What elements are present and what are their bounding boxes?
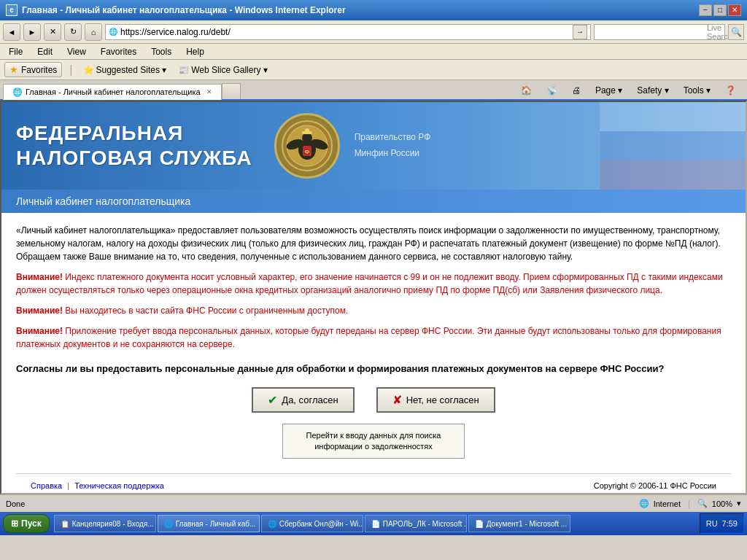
warning2-paragraph: Внимание! Вы находитесь в части сайта ФН… bbox=[16, 304, 731, 317]
menu-edit[interactable]: Edit bbox=[34, 45, 55, 58]
windows-icon: ⊞ bbox=[11, 518, 18, 529]
footer-link-help[interactable]: Справка bbox=[31, 481, 62, 490]
stop-button[interactable]: ✕ bbox=[44, 23, 61, 41]
app-icon: e bbox=[6, 4, 18, 16]
status-right: 🌐 Internet | 🔍 100% ▾ bbox=[639, 499, 741, 508]
tab-active[interactable]: 🌐 Главная - Личный кабинет налогоплатель… bbox=[3, 84, 222, 100]
taskbar-time: 7:59 bbox=[722, 519, 738, 528]
cmd-bar: 🏠 📡 🖨 Page ▾ Safety ▾ Tools ▾ ❓ bbox=[513, 82, 744, 99]
task-label-3: ПАРОЛЬ_ЛК - Microsoft ... bbox=[383, 520, 467, 528]
star-icon: ★ bbox=[9, 64, 18, 75]
task-label-1: Главная - Личный каб... bbox=[176, 520, 256, 528]
home-cmd-button[interactable]: 🏠 bbox=[516, 83, 537, 98]
status-left: Done bbox=[6, 499, 25, 508]
task-icon-0: 📋 bbox=[61, 520, 69, 528]
zone-icon: 🌐 bbox=[639, 499, 649, 508]
menu-help[interactable]: Help bbox=[183, 45, 207, 58]
emblem-svg: Ф bbox=[282, 120, 333, 171]
task-item-4[interactable]: 📄 Документ1 - Microsoft ... bbox=[468, 515, 570, 532]
safety-label: Safety ▾ bbox=[637, 85, 668, 96]
page-label: Page ▾ bbox=[595, 85, 622, 96]
print-button[interactable]: 🖨 bbox=[567, 83, 586, 98]
menu-view[interactable]: View bbox=[64, 45, 89, 58]
suggested-sites-link[interactable]: ⭐ Suggested Sites ▾ bbox=[80, 63, 170, 77]
window-title: Главная - Личный кабинет налогоплательщи… bbox=[22, 5, 346, 15]
zone-text: Internet bbox=[654, 499, 681, 508]
search-button[interactable]: 🔍 bbox=[728, 24, 744, 40]
tab-bar: 🌐 Главная - Личный кабинет налогоплатель… bbox=[0, 80, 747, 101]
search-bar: Live Search 🔍 bbox=[594, 24, 744, 40]
menu-file[interactable]: File bbox=[6, 45, 26, 58]
no-button[interactable]: ✘ Нет, не согласен bbox=[376, 387, 495, 413]
refresh-button[interactable]: ↻ bbox=[64, 23, 82, 41]
minimize-button[interactable]: − bbox=[699, 4, 712, 16]
status-text: Done bbox=[6, 499, 25, 508]
search-input-wrap: Live Search bbox=[594, 24, 725, 40]
main-content: «Личный кабинет налогоплательщика» предо… bbox=[1, 213, 746, 494]
x-icon: ✘ bbox=[392, 393, 402, 407]
task-item-1[interactable]: 🌐 Главная - Личный каб... bbox=[158, 515, 260, 532]
taskbar: ⊞ Пуск 📋 Канцелярия08 - Входя... 🌐 Главн… bbox=[0, 512, 747, 535]
menu-tools[interactable]: Tools bbox=[148, 45, 174, 58]
tab-close-icon[interactable]: ✕ bbox=[206, 88, 212, 96]
svg-point-7 bbox=[305, 128, 309, 133]
tools-cmd-button[interactable]: Tools ▾ bbox=[678, 83, 716, 98]
title-bar: e Главная - Личный кабинет налогоплатель… bbox=[0, 0, 747, 20]
favorites-label: Favorites bbox=[21, 65, 57, 75]
fns-logo-text: ФЕДЕРАЛЬНАЯ НАЛОГОВАЯ СЛУЖБА bbox=[16, 121, 252, 170]
menu-bar: File Edit View Favorites Tools Help bbox=[0, 44, 747, 60]
favorites-button[interactable]: ★ Favorites bbox=[4, 62, 62, 77]
task-item-3[interactable]: 📄 ПАРОЛЬ_ЛК - Microsoft ... bbox=[365, 515, 467, 532]
taskbar-lang: RU bbox=[706, 519, 718, 528]
status-bar: Done 🌐 Internet | 🔍 100% ▾ bbox=[0, 494, 747, 512]
go-button[interactable]: → bbox=[573, 25, 587, 39]
content-area: ФЕДЕРАЛЬНАЯ НАЛОГОВАЯ СЛУЖБА bbox=[0, 101, 747, 494]
help-cmd-button[interactable]: ❓ bbox=[720, 83, 741, 98]
warning2-bold: Внимание! bbox=[16, 306, 63, 316]
warning3-bold: Внимание! bbox=[16, 326, 63, 336]
zoom-icon: 🔍 bbox=[697, 499, 708, 508]
maximize-button[interactable]: □ bbox=[713, 4, 727, 16]
tab-new[interactable] bbox=[222, 83, 241, 99]
warning2-text: Вы находитесь в части сайта ФНС России с… bbox=[63, 306, 348, 316]
buttons-area: ✔ Да, согласен ✘ Нет, не согласен bbox=[16, 387, 731, 413]
fns-emblem: Ф bbox=[274, 113, 340, 179]
feeds-button[interactable]: 📡 bbox=[541, 83, 562, 98]
address-icon: 🌐 bbox=[109, 28, 117, 36]
back-button[interactable]: ◄ bbox=[3, 23, 20, 41]
yes-button[interactable]: ✔ Да, согласен bbox=[252, 387, 354, 413]
task-label-4: Документ1 - Microsoft ... bbox=[487, 520, 567, 528]
fns-gov-text: Правительство РФ Минфин России bbox=[355, 130, 431, 161]
warning1-bold: Внимание! bbox=[16, 272, 63, 282]
task-icon-4: 📄 bbox=[475, 520, 484, 528]
agree-question: Согласны ли вы предоставить персональные… bbox=[16, 362, 731, 376]
fav-separator: | bbox=[69, 63, 72, 77]
tools-label: Tools ▾ bbox=[684, 85, 711, 96]
suggested-label: Suggested Sites ▾ bbox=[96, 65, 167, 75]
search-input[interactable] bbox=[597, 27, 707, 37]
close-button[interactable]: ✕ bbox=[728, 4, 741, 16]
task-item-0[interactable]: 📋 Канцелярия08 - Входя... bbox=[54, 515, 156, 532]
safety-button[interactable]: Safety ▾ bbox=[632, 83, 673, 98]
webslice-link[interactable]: 📰 Web Slice Gallery ▾ bbox=[175, 63, 270, 77]
warning1-paragraph: Внимание! Индекс платежного документа но… bbox=[16, 271, 731, 297]
address-input[interactable] bbox=[120, 27, 570, 37]
subheader-text: Личный кабинет налогоплательщика bbox=[16, 195, 190, 207]
page-button[interactable]: Page ▾ bbox=[590, 83, 627, 98]
task-item-2[interactable]: 🌐 Сбербанк Онл@йн - Wi... bbox=[261, 515, 363, 532]
start-button[interactable]: ⊞ Пуск bbox=[3, 514, 50, 533]
zoom-arrow: ▾ bbox=[737, 499, 741, 508]
forward-button[interactable]: ► bbox=[23, 23, 41, 41]
webslice-icon: 📰 bbox=[178, 65, 189, 75]
footer-link-support[interactable]: Техническая поддержка bbox=[74, 481, 164, 490]
page-footer: Справка | Техническая поддержка Copyrigh… bbox=[16, 473, 731, 494]
menu-favorites[interactable]: Favorites bbox=[98, 45, 139, 58]
task-icon-2: 🌐 bbox=[268, 520, 276, 528]
svg-text:Ф: Ф bbox=[304, 149, 309, 155]
window-controls: − □ ✕ bbox=[699, 4, 741, 16]
home-button[interactable]: ⌂ bbox=[85, 23, 102, 41]
task-label-2: Сбербанк Онл@йн - Wi... bbox=[279, 520, 363, 528]
fns-emblem-wrap: Ф bbox=[274, 113, 340, 179]
task-icon-1: 🌐 bbox=[164, 520, 173, 528]
nav-bar: ◄ ► ✕ ↻ ⌂ 🌐 → Live Search 🔍 bbox=[0, 20, 747, 44]
